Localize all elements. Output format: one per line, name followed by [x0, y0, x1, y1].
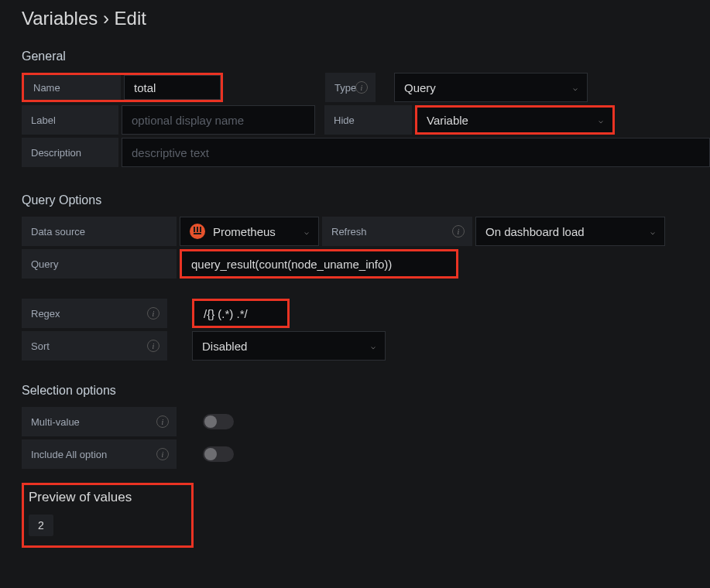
sort-value: Disabled	[202, 340, 247, 353]
datasource-value: Prometheus	[213, 225, 276, 238]
label-input[interactable]	[122, 105, 315, 135]
sort-label: Sort i	[22, 331, 167, 361]
row-multi-value: Multi-value i	[22, 407, 710, 436]
hide-label: Hide	[324, 105, 412, 135]
regex-label-text: Regex	[31, 308, 60, 320]
query-input[interactable]	[180, 249, 458, 279]
preview-chip[interactable]: 2	[29, 514, 53, 536]
chevron-down-icon: ⌵	[650, 227, 655, 236]
datasource-label: Data source	[22, 217, 177, 246]
label-label: Label	[22, 105, 118, 135]
breadcrumb: Variables › Edit	[22, 8, 710, 29]
type-label-text: Type	[334, 82, 356, 94]
toggle-knob	[204, 415, 217, 428]
hide-select[interactable]: Variable ⌵	[415, 105, 615, 135]
multi-value-toggle[interactable]	[203, 414, 234, 429]
row-label-hide: Label Hide Variable ⌵	[22, 105, 710, 135]
type-select[interactable]: Query ⌵	[394, 73, 588, 102]
include-all-toggle[interactable]	[203, 446, 234, 462]
section-general: General	[22, 50, 710, 63]
query-options-rows: Data source Prometheus ⌵ Refresh i On da…	[22, 217, 710, 361]
refresh-label: Refresh i	[322, 217, 472, 246]
refresh-select[interactable]: On dashboard load ⌵	[475, 217, 665, 246]
type-select-value: Query	[404, 81, 436, 94]
chevron-down-icon: ⌵	[371, 342, 376, 350]
regex-label: Regex i	[22, 299, 167, 328]
name-label: Name	[24, 75, 121, 100]
sort-select[interactable]: Disabled ⌵	[192, 331, 386, 361]
datasource-select[interactable]: Prometheus ⌵	[180, 217, 319, 246]
include-all-label: Include All option i	[22, 439, 177, 469]
chevron-down-icon: ⌵	[573, 84, 578, 92]
row-sort: Sort i Disabled ⌵	[22, 331, 710, 361]
description-label: Description	[22, 138, 118, 167]
multi-value-label-text: Multi-value	[31, 416, 80, 428]
prometheus-icon	[190, 224, 205, 239]
preview-title: Preview of values	[29, 490, 187, 505]
section-selection-options: Selection options	[22, 384, 710, 398]
name-input[interactable]	[124, 75, 221, 100]
multi-value-label: Multi-value i	[22, 407, 177, 436]
row-query: Query	[22, 249, 710, 279]
info-icon[interactable]: i	[156, 415, 169, 428]
info-icon[interactable]: i	[355, 81, 368, 94]
row-name-type: Name Type i Query ⌵	[22, 73, 710, 102]
row-regex: Regex i	[22, 299, 710, 328]
sort-label-text: Sort	[31, 340, 50, 352]
info-icon[interactable]: i	[147, 307, 159, 320]
row-datasource-refresh: Data source Prometheus ⌵ Refresh i On da…	[22, 217, 710, 246]
description-input[interactable]	[122, 138, 710, 167]
selection-options-rows: Multi-value i Include All option i	[22, 407, 710, 469]
section-query-options: Query Options	[22, 193, 710, 207]
type-label: Type i	[325, 73, 376, 102]
info-icon[interactable]: i	[147, 340, 159, 352]
chevron-down-icon: ⌵	[304, 227, 309, 236]
preview-box: Preview of values 2	[22, 483, 194, 548]
row-include-all: Include All option i	[22, 439, 710, 469]
hide-select-value: Variable	[427, 114, 468, 127]
regex-input[interactable]	[192, 299, 290, 328]
spacer	[226, 73, 322, 102]
name-group-highlight: Name	[22, 73, 223, 102]
refresh-value: On dashboard load	[485, 225, 585, 238]
query-label: Query	[22, 249, 177, 279]
chevron-down-icon: ⌵	[599, 116, 603, 125]
toggle-knob	[204, 448, 217, 460]
info-icon[interactable]: i	[452, 225, 465, 238]
general-rows: Name Type i Query ⌵ Label Hide Variable …	[22, 73, 710, 167]
variable-edit-page: Variables › Edit General Name Type i Que…	[0, 0, 710, 548]
include-all-label-text: Include All option	[31, 449, 107, 460]
refresh-label-text: Refresh	[331, 226, 367, 238]
row-description: Description	[22, 138, 710, 167]
info-icon[interactable]: i	[156, 448, 169, 460]
